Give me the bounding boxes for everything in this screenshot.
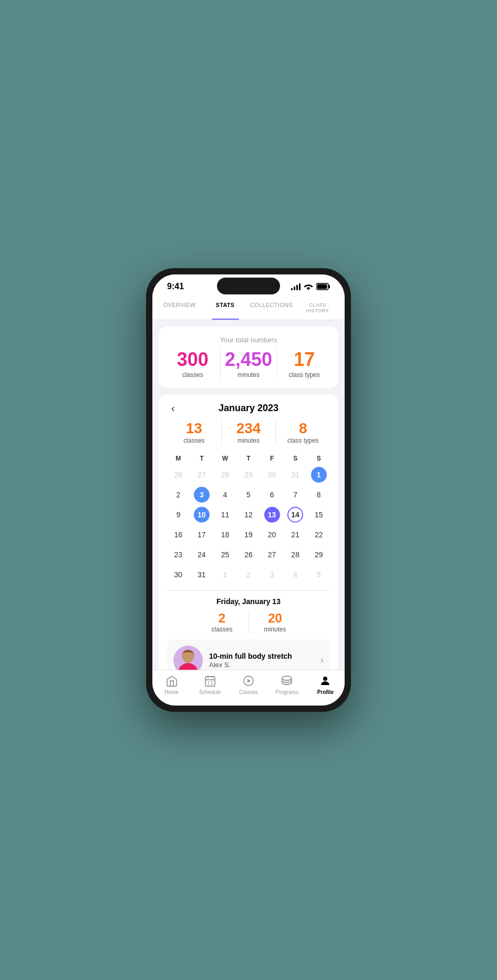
- total-class-types-label: class types: [277, 371, 332, 379]
- cal-day-29-dec[interactable]: 29: [237, 465, 260, 484]
- class-name-1: 10-min full body stretch: [209, 651, 314, 661]
- instructor-avatar-image-1: [173, 646, 203, 670]
- day-header-m: M: [167, 453, 190, 464]
- cal-day-16[interactable]: 16: [167, 525, 190, 544]
- day-header-t2: T: [237, 453, 260, 464]
- month-classes-value: 13: [167, 420, 221, 437]
- month-minutes-value: 234: [222, 420, 276, 437]
- cal-day-10[interactable]: 10: [191, 505, 213, 524]
- cal-day-1-feb[interactable]: 1: [214, 565, 236, 584]
- day-classes-value: 2: [196, 611, 248, 626]
- class-card-1[interactable]: 10-min full body stretch Alex S. ›: [167, 639, 330, 670]
- nav-classes[interactable]: Classes: [229, 675, 267, 695]
- cal-day-22[interactable]: 22: [307, 525, 330, 544]
- cal-day-23[interactable]: 23: [167, 545, 190, 564]
- cal-day-27[interactable]: 27: [261, 545, 283, 564]
- cal-day-26-dec[interactable]: 26: [167, 465, 190, 484]
- cal-day-6[interactable]: 6: [261, 485, 283, 504]
- nav-home[interactable]: Home: [152, 675, 191, 695]
- total-class-types-stat: 17 class types: [277, 349, 332, 379]
- cal-day-2[interactable]: 2: [167, 485, 190, 504]
- day-header-s1: S: [284, 453, 307, 464]
- cal-day-7[interactable]: 7: [284, 485, 307, 504]
- nav-programs[interactable]: Programs: [268, 675, 306, 695]
- cal-day-28-dec[interactable]: 28: [214, 465, 236, 484]
- home-icon: [165, 675, 178, 687]
- cal-day-5[interactable]: 5: [237, 485, 260, 504]
- day-minutes-stat: 20 minutes: [249, 611, 302, 633]
- total-classes-label: classes: [165, 371, 220, 379]
- cal-day-2-feb[interactable]: 2: [237, 565, 260, 584]
- total-minutes-stat: 2,450 minutes: [221, 349, 276, 379]
- day-classes-stat: 2 classes: [196, 611, 248, 633]
- nav-profile[interactable]: Profile: [306, 675, 345, 695]
- cal-day-30-dec[interactable]: 30: [261, 465, 283, 484]
- status-icons: [291, 283, 330, 290]
- tab-class-history[interactable]: CLASS HISTORY: [295, 295, 340, 320]
- total-minutes-label: minutes: [221, 371, 276, 379]
- day-minutes-value: 20: [249, 611, 302, 626]
- cal-day-17[interactable]: 17: [191, 525, 213, 544]
- class-chevron-1: ›: [320, 655, 324, 666]
- cal-day-31[interactable]: 31: [191, 565, 213, 584]
- nav-home-label: Home: [164, 689, 179, 695]
- cal-day-8[interactable]: 8: [307, 485, 330, 504]
- calendar-title: January 2023: [219, 403, 278, 414]
- status-time: 9:41: [167, 282, 184, 291]
- cal-day-12[interactable]: 12: [237, 505, 260, 524]
- phone-screen: 9:41 OVERVIEW ST: [152, 274, 345, 706]
- day-minutes-label: minutes: [249, 626, 302, 633]
- total-class-types-value: 17: [277, 349, 332, 370]
- cal-day-31-dec[interactable]: 31: [284, 465, 307, 484]
- stats-row: 300 classes 2,450 minutes 17 class types: [165, 349, 332, 379]
- nav-schedule[interactable]: Schedule: [191, 675, 229, 695]
- day-detail: Friday, January 13 2 classes 20 minutes: [167, 590, 330, 670]
- cal-day-19[interactable]: 19: [237, 525, 260, 544]
- cal-day-18[interactable]: 18: [214, 525, 236, 544]
- cal-day-1-jan[interactable]: 1: [307, 465, 330, 484]
- signal-bars-icon: [291, 283, 301, 290]
- cal-day-21[interactable]: 21: [284, 525, 307, 544]
- cal-day-14[interactable]: 14: [284, 505, 307, 524]
- calendar-back-button[interactable]: ‹: [167, 400, 179, 416]
- phone-frame: 9:41 OVERVIEW ST: [146, 268, 351, 712]
- total-classes-stat: 300 classes: [165, 349, 220, 379]
- cal-day-25[interactable]: 25: [214, 545, 236, 564]
- cal-day-29[interactable]: 29: [307, 545, 330, 564]
- dynamic-island: [217, 278, 280, 294]
- day-detail-stats: 2 classes 20 minutes: [167, 611, 330, 633]
- main-content: Your total numbers 300 classes 2,450 min…: [152, 320, 345, 670]
- month-class-types-label: class types: [276, 437, 330, 444]
- cal-day-4-feb[interactable]: 4: [284, 565, 307, 584]
- svg-marker-12: [247, 679, 251, 683]
- svg-rect-1: [329, 285, 330, 288]
- cal-day-30[interactable]: 30: [167, 565, 190, 584]
- month-classes-stat: 13 classes: [167, 420, 221, 444]
- cal-day-3-feb[interactable]: 3: [261, 565, 283, 584]
- tab-collections[interactable]: COLLECTIONS: [248, 295, 295, 320]
- cal-day-24[interactable]: 24: [191, 545, 213, 564]
- nav-schedule-label: Schedule: [199, 689, 221, 695]
- calendar-grid: M T W T F S S 26 27 28 29 30 31 1 2: [167, 453, 330, 584]
- svg-rect-2: [317, 284, 327, 289]
- svg-point-14: [323, 677, 327, 681]
- cal-day-27-dec[interactable]: 27: [191, 465, 213, 484]
- profile-icon: [319, 675, 332, 687]
- day-header-s2: S: [307, 453, 330, 464]
- cal-day-28[interactable]: 28: [284, 545, 307, 564]
- cal-day-11[interactable]: 11: [214, 505, 236, 524]
- total-classes-value: 300: [165, 349, 220, 370]
- cal-day-15[interactable]: 15: [307, 505, 330, 524]
- cal-day-5-feb[interactable]: 5: [307, 565, 330, 584]
- tab-stats[interactable]: STATS: [202, 295, 248, 320]
- tab-overview[interactable]: OVERVIEW: [157, 295, 202, 320]
- class-avatar-1: [173, 646, 203, 670]
- month-minutes-stat: 234 minutes: [222, 420, 276, 444]
- cal-day-4[interactable]: 4: [214, 485, 236, 504]
- cal-day-20[interactable]: 20: [261, 525, 283, 544]
- cal-day-26[interactable]: 26: [237, 545, 260, 564]
- cal-day-13[interactable]: 13: [261, 505, 283, 524]
- cal-day-3[interactable]: 3: [191, 485, 213, 504]
- cal-day-9[interactable]: 9: [167, 505, 190, 524]
- svg-rect-10: [205, 677, 215, 686]
